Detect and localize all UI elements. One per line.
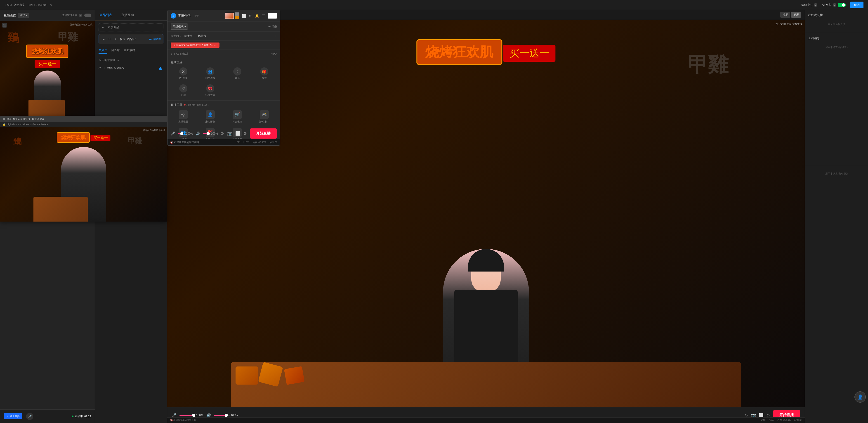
- audio-bar-segment-1: [159, 68, 160, 70]
- tab-qa[interactable]: 问答库: [111, 48, 120, 54]
- mic-volume-slider[interactable]: [178, 133, 183, 134]
- right-mic-button[interactable]: 🎤: [172, 413, 176, 417]
- tool-game-promo[interactable]: 🎮 游戏推广: [252, 109, 277, 125]
- horizontal-view-btn[interactable]: 横屏: [780, 12, 790, 18]
- interaction-music[interactable]: ♫ 音乐: [225, 66, 250, 81]
- preview-screen: ⬛ 部分内容由AI技术生成 鵄 甲雞 烧烤狂欢肌 买一送一: [0, 21, 95, 116]
- record-button[interactable]: ⟳: [221, 131, 224, 136]
- ai-watermark-toggle[interactable]: [838, 3, 846, 7]
- more-button[interactable]: ···: [117, 59, 119, 62]
- tools-header: 直播工具 粉丝团更新全 部分 ›: [170, 103, 277, 107]
- companion-settings-btn[interactable]: ⚙: [243, 131, 247, 136]
- left-mic-button[interactable]: 🎤: [26, 413, 33, 420]
- companion-alert-icon[interactable]: 🔔: [255, 14, 259, 18]
- companion-logo: ◎: [170, 13, 176, 19]
- add-product-button[interactable]: + + 添加商品: [98, 23, 163, 31]
- browser-titlebar: 曦灵-数字人直播平台 - 联想浏览器: [0, 116, 167, 122]
- help-icon: ?: [814, 3, 817, 7]
- back-arrow-icon: ‹: [4, 3, 5, 6]
- add-material-row: + + 添加素材 清空: [167, 50, 280, 58]
- tool-virtual-avatar[interactable]: 👤 虚拟形象: [198, 109, 223, 125]
- mode-select[interactable]: 常规模式 ▾: [170, 24, 188, 30]
- pause-button-01[interactable]: ⏸: [113, 37, 118, 41]
- edit-icon[interactable]: ✎: [50, 3, 52, 6]
- tab-audio[interactable]: 音频库: [98, 48, 107, 54]
- speaker-volume-slider[interactable]: [203, 133, 209, 134]
- svg-point-0: [183, 114, 184, 115]
- live-view-title: 直播画面: [4, 13, 16, 18]
- interaction-pk[interactable]: ⚔ PK连线: [170, 66, 196, 81]
- display-button[interactable]: ⬜: [235, 131, 240, 136]
- add-material-button[interactable]: + + 添加素材: [170, 52, 188, 56]
- companion-bottom-bar: 🎤 100% 🔊 100% ⟳ 📷 ⬜ ⚙ 开始直播: [167, 126, 280, 139]
- food-item-3: [284, 366, 305, 385]
- fans-arrow-icon: ›: [208, 103, 209, 106]
- vertical-view-btn[interactable]: 竖屏: [791, 12, 801, 18]
- interaction-gift-bag[interactable]: 🎁 福袋: [252, 66, 277, 81]
- tab-live-interact[interactable]: 直播互动: [117, 10, 138, 20]
- right-ai-badge: 部分内容由AI技术生成: [776, 22, 802, 26]
- screenshot-button[interactable]: ⬛: [2, 23, 7, 28]
- store-sign-left: 鵄: [8, 30, 19, 46]
- tab-material[interactable]: 画面素材: [123, 48, 135, 54]
- no-game-text: 不建议直播的游戏说明: [174, 141, 199, 144]
- right-mic-percent: 100%: [196, 414, 203, 417]
- live-now-01: 播放中: [153, 37, 161, 41]
- guide-button[interactable]: ⇌ 导播: [268, 25, 277, 29]
- companion-menu-icon[interactable]: ☰: [262, 14, 265, 18]
- companion-speaker-button[interactable]: 🔊: [196, 131, 200, 135]
- right-cpu: CPU: 1.10%: [761, 419, 774, 422]
- tool-ecommerce-label: 抖音电商: [232, 120, 242, 123]
- ai-watermark-text: AI 水印: [822, 3, 831, 7]
- right-screenshot-button[interactable]: 📷: [751, 413, 756, 418]
- speaker-volume-knob[interactable]: [207, 132, 210, 135]
- avatar-bubble[interactable]: 👤: [855, 391, 866, 403]
- clear-button[interactable]: 清空: [272, 52, 277, 56]
- play-button-01[interactable]: ▶: [101, 37, 106, 41]
- host-center-icon[interactable]: ⬜: [242, 14, 246, 18]
- help-button[interactable]: 帮助中心 ?: [801, 3, 817, 7]
- interaction-wish[interactable]: ♡ 心愿: [170, 83, 196, 98]
- screen-thumb-group: [225, 12, 239, 19]
- camera-button[interactable]: 📷: [227, 131, 232, 136]
- start-live-button[interactable]: 开始直播: [250, 128, 277, 139]
- right-settings-button[interactable]: ⚙: [766, 413, 770, 418]
- interaction-friends[interactable]: 👥 朋友连线: [198, 66, 223, 81]
- live-settings-icon: [179, 110, 188, 119]
- live-badge-01: [149, 39, 152, 39]
- bbq-banner-left: 烧烤狂欢肌 买一送一: [24, 44, 71, 68]
- back-button[interactable]: ‹ 探店-火热街头: [4, 3, 25, 7]
- right-display-button[interactable]: ⬜: [758, 413, 764, 418]
- left-panel-chevron-up[interactable]: ⌃: [37, 415, 39, 418]
- top-bar-right: 帮助中心 ? AI 水印 ? 保存: [801, 2, 864, 8]
- scene-btn-5[interactable]: 场景五: [183, 33, 194, 39]
- audio-pause-01[interactable]: ⏸: [103, 67, 105, 69]
- right-speaker-slider[interactable]: [214, 415, 230, 416]
- wish-label: 心愿: [181, 93, 186, 97]
- save-button[interactable]: 保存: [850, 2, 864, 8]
- product-row-01: ▶ 01 ⏸ 探店-火热街头 播放中: [101, 37, 161, 41]
- tool-live-settings[interactable]: 直播设置: [170, 109, 196, 125]
- scene-add-button[interactable]: +: [275, 34, 277, 38]
- right-record-button[interactable]: ⟳: [745, 413, 748, 418]
- audio-add-button[interactable]: 从音频库添加: [98, 58, 115, 62]
- live-dot: [72, 416, 73, 417]
- scene-row: 场景四 ▾ 场景五 场景六 +: [167, 32, 280, 41]
- right-speaker-button[interactable]: 🔊: [206, 413, 211, 417]
- fullscreen-toggle[interactable]: [84, 13, 91, 17]
- right-mic-slider[interactable]: [180, 415, 195, 416]
- interaction-gift-vote[interactable]: 🎀 礼物投票: [198, 83, 223, 98]
- companion-settings-icon[interactable]: ⟳: [249, 14, 252, 18]
- scene-btn-6[interactable]: 场景六: [196, 33, 208, 39]
- mic-volume-knob[interactable]: [180, 132, 183, 135]
- filter-button[interactable]: 滤镜 ▾: [18, 13, 29, 18]
- avatar-icon: 👤: [857, 394, 863, 400]
- guide-text: 导播: [272, 25, 277, 29]
- companion-mic-button[interactable]: 🎤: [170, 131, 175, 135]
- tool-ecommerce[interactable]: 🛒 抖音电商: [225, 109, 250, 125]
- show-venue-audience: 展示本场观众榜: [808, 19, 865, 30]
- stop-live-button[interactable]: ⏸ 停止直播: [4, 413, 22, 419]
- tab-products[interactable]: 商品列表: [95, 10, 117, 20]
- audio-bar-segment-2: [160, 67, 161, 70]
- browser-title: 曦灵-数字人直播平台 - 联想浏览器: [7, 117, 44, 121]
